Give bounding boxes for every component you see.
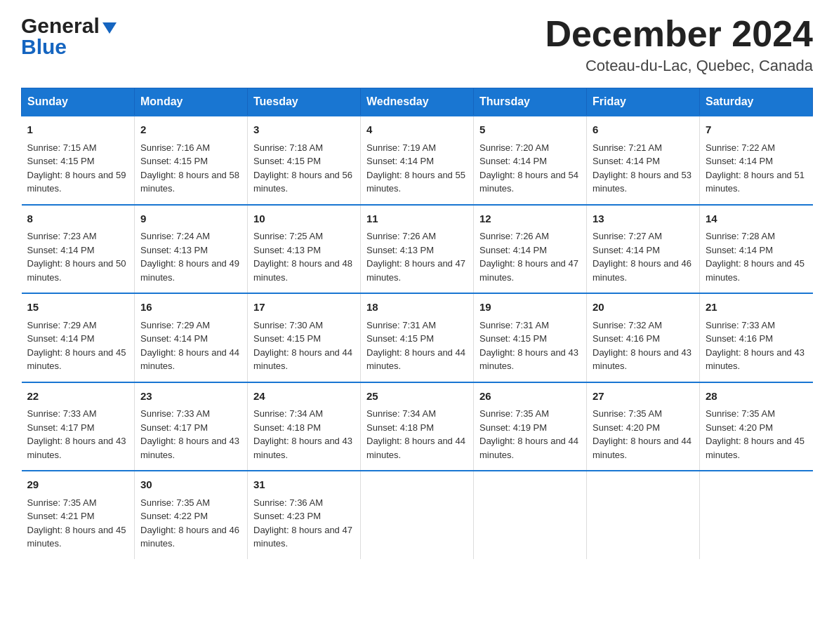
sunset-label: Sunset: 4:18 PM xyxy=(253,422,321,433)
sunset-label: Sunset: 4:14 PM xyxy=(366,156,434,166)
table-row: 27 Sunrise: 7:35 AM Sunset: 4:20 PM Dayl… xyxy=(587,382,700,471)
table-row: 11 Sunrise: 7:26 AM Sunset: 4:13 PM Dayl… xyxy=(361,205,474,294)
sunset-label: Sunset: 4:15 PM xyxy=(366,333,434,344)
sunset-label: Sunset: 4:14 PM xyxy=(479,156,547,166)
sunrise-label: Sunrise: 7:16 AM xyxy=(140,142,210,153)
calendar-header-row: Sunday Monday Tuesday Wednesday Thursday… xyxy=(22,88,813,116)
sunset-label: Sunset: 4:13 PM xyxy=(253,245,321,255)
day-info: Sunrise: 7:23 AM Sunset: 4:14 PM Dayligh… xyxy=(27,229,129,284)
daylight-label: Daylight: 8 hours and 54 minutes. xyxy=(479,170,578,194)
day-number: 25 xyxy=(366,389,468,405)
page-header: General Blue December 2024 Coteau-du-Lac… xyxy=(21,14,813,75)
table-row: 18 Sunrise: 7:31 AM Sunset: 4:15 PM Dayl… xyxy=(361,293,474,382)
daylight-label: Daylight: 8 hours and 55 minutes. xyxy=(366,170,465,194)
sunset-label: Sunset: 4:14 PM xyxy=(706,245,773,255)
table-row: 14 Sunrise: 7:28 AM Sunset: 4:14 PM Dayl… xyxy=(700,205,813,294)
col-thursday: Thursday xyxy=(474,88,587,116)
daylight-label: Daylight: 8 hours and 45 minutes. xyxy=(27,525,126,549)
day-number: 27 xyxy=(593,389,694,405)
table-row xyxy=(587,471,700,559)
day-number: 23 xyxy=(140,389,241,405)
sunrise-label: Sunrise: 7:23 AM xyxy=(27,231,97,241)
day-info: Sunrise: 7:35 AM Sunset: 4:20 PM Dayligh… xyxy=(706,407,807,462)
daylight-label: Daylight: 8 hours and 44 minutes. xyxy=(253,347,352,372)
sunset-label: Sunset: 4:14 PM xyxy=(706,156,773,166)
sunrise-label: Sunrise: 7:15 AM xyxy=(27,142,97,153)
sunrise-label: Sunrise: 7:36 AM xyxy=(253,497,323,508)
table-row: 16 Sunrise: 7:29 AM Sunset: 4:14 PM Dayl… xyxy=(135,293,248,382)
day-info: Sunrise: 7:29 AM Sunset: 4:14 PM Dayligh… xyxy=(27,318,129,373)
day-info: Sunrise: 7:35 AM Sunset: 4:22 PM Dayligh… xyxy=(140,496,241,551)
day-number: 31 xyxy=(253,477,355,493)
sunset-label: Sunset: 4:19 PM xyxy=(479,422,547,433)
daylight-label: Daylight: 8 hours and 59 minutes. xyxy=(27,170,126,194)
day-info: Sunrise: 7:24 AM Sunset: 4:13 PM Dayligh… xyxy=(140,229,241,284)
table-row: 8 Sunrise: 7:23 AM Sunset: 4:14 PM Dayli… xyxy=(22,205,135,294)
table-row: 22 Sunrise: 7:33 AM Sunset: 4:17 PM Dayl… xyxy=(22,382,135,471)
sunset-label: Sunset: 4:15 PM xyxy=(140,156,208,166)
sunrise-label: Sunrise: 7:31 AM xyxy=(366,320,436,330)
day-info: Sunrise: 7:32 AM Sunset: 4:16 PM Dayligh… xyxy=(593,318,694,373)
sunrise-label: Sunrise: 7:35 AM xyxy=(27,497,97,508)
day-number: 19 xyxy=(479,300,581,316)
day-info: Sunrise: 7:36 AM Sunset: 4:23 PM Dayligh… xyxy=(253,496,355,551)
col-friday: Friday xyxy=(587,88,700,116)
day-number: 3 xyxy=(253,122,355,138)
table-row: 9 Sunrise: 7:24 AM Sunset: 4:13 PM Dayli… xyxy=(135,205,248,294)
daylight-label: Daylight: 8 hours and 44 minutes. xyxy=(366,436,465,460)
table-row: 12 Sunrise: 7:26 AM Sunset: 4:14 PM Dayl… xyxy=(474,205,587,294)
day-number: 5 xyxy=(479,122,581,138)
sunrise-label: Sunrise: 7:22 AM xyxy=(706,142,775,153)
sunset-label: Sunset: 4:16 PM xyxy=(593,333,660,344)
sunrise-label: Sunrise: 7:30 AM xyxy=(253,320,323,330)
sunset-label: Sunset: 4:20 PM xyxy=(593,422,660,433)
table-row: 20 Sunrise: 7:32 AM Sunset: 4:16 PM Dayl… xyxy=(587,293,700,382)
daylight-label: Daylight: 8 hours and 47 minutes. xyxy=(253,525,352,549)
sunrise-label: Sunrise: 7:35 AM xyxy=(479,408,549,419)
sunset-label: Sunset: 4:14 PM xyxy=(27,333,95,344)
sunset-label: Sunset: 4:21 PM xyxy=(27,511,95,521)
daylight-label: Daylight: 8 hours and 46 minutes. xyxy=(140,525,239,549)
day-number: 12 xyxy=(479,211,581,227)
day-info: Sunrise: 7:35 AM Sunset: 4:21 PM Dayligh… xyxy=(27,496,129,551)
day-number: 30 xyxy=(140,477,241,493)
sunset-label: Sunset: 4:13 PM xyxy=(140,245,208,255)
col-monday: Monday xyxy=(135,88,248,116)
table-row: 28 Sunrise: 7:35 AM Sunset: 4:20 PM Dayl… xyxy=(700,382,813,471)
sunrise-label: Sunrise: 7:20 AM xyxy=(479,142,549,153)
daylight-label: Daylight: 8 hours and 56 minutes. xyxy=(253,170,352,194)
day-info: Sunrise: 7:21 AM Sunset: 4:14 PM Dayligh… xyxy=(593,141,694,196)
sunset-label: Sunset: 4:14 PM xyxy=(479,245,547,255)
daylight-label: Daylight: 8 hours and 51 minutes. xyxy=(706,170,805,194)
day-number: 28 xyxy=(706,389,807,405)
table-row: 26 Sunrise: 7:35 AM Sunset: 4:19 PM Dayl… xyxy=(474,382,587,471)
day-info: Sunrise: 7:16 AM Sunset: 4:15 PM Dayligh… xyxy=(140,141,241,196)
sunrise-label: Sunrise: 7:21 AM xyxy=(593,142,662,153)
day-number: 1 xyxy=(27,122,129,138)
day-number: 20 xyxy=(593,300,694,316)
sunset-label: Sunset: 4:23 PM xyxy=(253,511,321,521)
daylight-label: Daylight: 8 hours and 47 minutes. xyxy=(479,258,578,283)
day-number: 21 xyxy=(706,300,807,316)
day-info: Sunrise: 7:28 AM Sunset: 4:14 PM Dayligh… xyxy=(706,229,807,284)
sunset-label: Sunset: 4:16 PM xyxy=(706,333,773,344)
day-info: Sunrise: 7:25 AM Sunset: 4:13 PM Dayligh… xyxy=(253,229,355,284)
sunrise-label: Sunrise: 7:35 AM xyxy=(706,408,775,419)
daylight-label: Daylight: 8 hours and 45 minutes. xyxy=(706,436,805,460)
day-info: Sunrise: 7:33 AM Sunset: 4:17 PM Dayligh… xyxy=(140,407,241,462)
day-number: 26 xyxy=(479,389,581,405)
day-number: 29 xyxy=(27,477,129,493)
daylight-label: Daylight: 8 hours and 44 minutes. xyxy=(593,436,691,460)
day-number: 8 xyxy=(27,211,129,227)
day-number: 18 xyxy=(366,300,468,316)
calendar-week-row: 29 Sunrise: 7:35 AM Sunset: 4:21 PM Dayl… xyxy=(22,471,813,559)
daylight-label: Daylight: 8 hours and 44 minutes. xyxy=(140,347,239,372)
day-info: Sunrise: 7:27 AM Sunset: 4:14 PM Dayligh… xyxy=(593,229,694,284)
day-info: Sunrise: 7:15 AM Sunset: 4:15 PM Dayligh… xyxy=(27,141,129,196)
day-info: Sunrise: 7:26 AM Sunset: 4:14 PM Dayligh… xyxy=(479,229,581,284)
table-row: 24 Sunrise: 7:34 AM Sunset: 4:18 PM Dayl… xyxy=(248,382,361,471)
day-number: 10 xyxy=(253,211,355,227)
day-number: 15 xyxy=(27,300,129,316)
sunset-label: Sunset: 4:15 PM xyxy=(27,156,95,166)
sunrise-label: Sunrise: 7:29 AM xyxy=(27,320,97,330)
